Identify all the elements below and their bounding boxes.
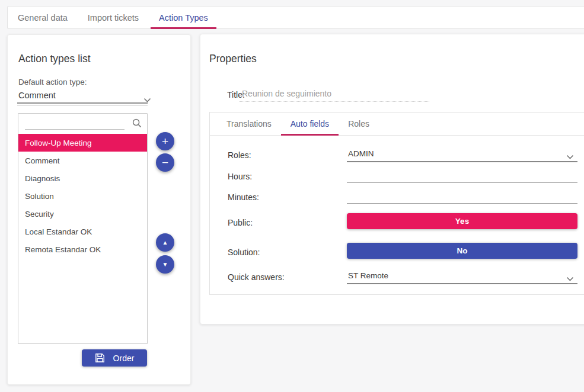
public-toggle-button[interactable]: Yes — [347, 213, 577, 229]
tab-roles[interactable]: Roles — [339, 113, 379, 135]
tab-import-tickets[interactable]: Import tickets — [78, 7, 149, 28]
arrow-up-icon: ▲ — [162, 240, 168, 246]
roles-select[interactable]: ADMIN — [347, 148, 577, 162]
order-button[interactable]: Order — [82, 349, 147, 367]
list-item[interactable]: Follow-Up Meeting — [18, 134, 147, 152]
solution-toggle-button[interactable]: No — [347, 243, 577, 259]
order-button-label: Order — [113, 354, 135, 363]
tab-auto-fields[interactable]: Auto fields — [281, 113, 339, 135]
roles-label: Roles: — [228, 150, 251, 160]
main-tab-bar: General data Import tickets Action Types — [7, 6, 584, 29]
action-types-list: Follow-Up Meeting Comment Diagnosis Solu… — [18, 134, 147, 258]
tab-action-types[interactable]: Action Types — [149, 7, 218, 28]
search-bar — [18, 114, 147, 134]
default-action-type-label: Default action type: — [18, 78, 87, 86]
roles-value: ADMIN — [348, 149, 374, 158]
quick-answers-value: ST Remote — [348, 271, 388, 280]
hours-label: Hours: — [228, 172, 252, 181]
list-item[interactable]: Solution — [18, 187, 147, 205]
page-title: Action types list — [18, 53, 91, 65]
list-item[interactable]: Diagnosis — [18, 169, 147, 187]
minus-icon: − — [162, 157, 168, 168]
arrow-down-icon: ▼ — [162, 262, 168, 268]
hours-input[interactable] — [347, 170, 577, 183]
list-item[interactable]: Remota Estandar OK — [18, 240, 147, 258]
list-item[interactable]: Local Estandar OK — [18, 223, 147, 240]
move-down-button[interactable]: ▼ — [156, 255, 174, 274]
minutes-label: Minutes: — [228, 192, 259, 202]
quick-answers-label: Quick answers: — [228, 272, 285, 282]
list-item[interactable]: Security — [18, 205, 147, 223]
chevron-down-icon — [566, 274, 574, 283]
search-icon — [132, 118, 142, 130]
public-label: Public: — [228, 218, 253, 227]
select-underline — [17, 102, 148, 104]
remove-action-type-button[interactable]: − — [156, 153, 174, 172]
properties-tabbox: Translations Auto fields Roles Roles: AD… — [209, 112, 584, 295]
action-types-panel: Action types list Default action type: C… — [7, 34, 191, 385]
plus-icon: + — [162, 136, 168, 147]
chevron-down-icon — [566, 152, 574, 161]
properties-title: Properties — [209, 53, 257, 65]
add-action-type-button[interactable]: + — [156, 132, 174, 150]
quick-answers-select[interactable]: ST Remote — [347, 270, 577, 284]
properties-panel: Properties Title: Reunion de seguimiento… — [200, 34, 584, 324]
list-item[interactable]: Comment — [18, 152, 147, 169]
tab-general-data[interactable]: General data — [8, 7, 78, 28]
move-up-button[interactable]: ▲ — [156, 233, 174, 252]
minutes-input[interactable] — [347, 191, 577, 204]
default-action-type-select[interactable]: Comment — [18, 91, 154, 104]
default-action-type-value: Comment — [18, 91, 56, 100]
tab-translations[interactable]: Translations — [217, 113, 281, 135]
title-input[interactable]: Reunion de seguimiento — [240, 89, 429, 102]
solution-label: Solution: — [228, 248, 260, 257]
search-input[interactable] — [25, 117, 125, 130]
select-underline-shadow — [17, 105, 148, 106]
properties-tab-bar: Translations Auto fields Roles — [210, 113, 584, 136]
save-icon — [95, 353, 105, 363]
action-types-listbox: Follow-Up Meeting Comment Diagnosis Solu… — [18, 113, 148, 344]
